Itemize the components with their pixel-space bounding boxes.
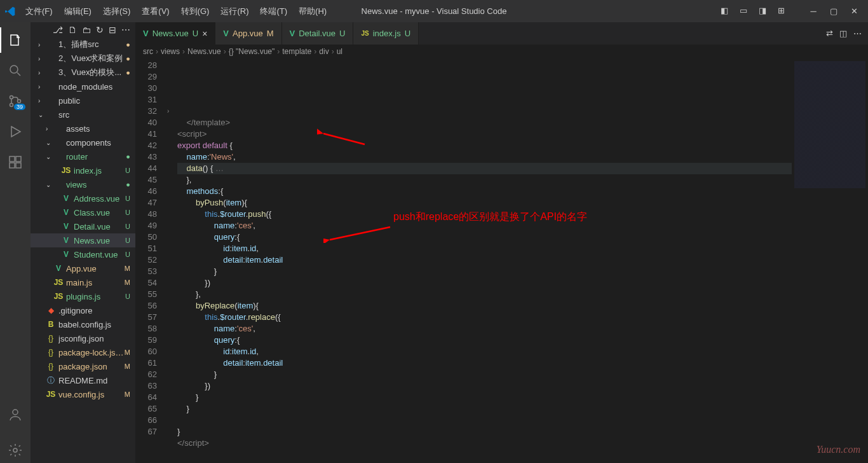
menu-item[interactable]: 运行(R) [215, 3, 254, 20]
file-tree: ›1、插槽src●›2、Vuex求和案例●›3、Vuex的模块...●›node… [31, 38, 135, 463]
tree-item[interactable]: VDetail.vueU [31, 219, 135, 233]
tree-item[interactable]: VAddress.vueU [31, 191, 135, 205]
tree-item[interactable]: ›3、Vuex的模块...● [31, 66, 135, 79]
tree-item[interactable]: ›2、Vuex求和案例● [31, 52, 135, 66]
source-control-small-icon[interactable]: ⎇ [53, 25, 63, 35]
breadcrumb-item[interactable]: src [143, 47, 153, 56]
tree-item[interactable]: Bbabel.config.js [31, 317, 135, 331]
menu-item[interactable]: 文件(F) [20, 3, 58, 20]
close-tab-icon[interactable]: × [202, 29, 207, 39]
tree-item[interactable]: JSplugins.jsU [31, 289, 135, 303]
tree-item[interactable]: ◆.gitignore [31, 303, 135, 317]
svg-point-9 [13, 448, 17, 452]
activity-bar: 39 [0, 22, 31, 463]
svg-rect-7 [16, 156, 21, 162]
explorer-toolbar: ⎇ 🗋 🗀 ↻ ⊟ ⋯ [31, 22, 135, 38]
menu-item[interactable]: 选择(S) [98, 3, 135, 20]
close-button[interactable]: ✕ [845, 3, 863, 20]
svg-point-8 [13, 410, 18, 415]
tree-item[interactable]: JSvue.config.jsM [31, 387, 135, 401]
titlebar: 文件(F)编辑(E)选择(S)查看(V)转到(G)运行(R)终端(T)帮助(H)… [0, 0, 868, 22]
tree-item[interactable]: ⌄views● [31, 177, 135, 191]
menu-item[interactable]: 转到(G) [176, 3, 215, 20]
svg-rect-4 [10, 156, 15, 162]
annotation-text: push和replace的区别就是换了个API的名字 [393, 211, 587, 223]
tree-item[interactable]: VApp.vueM [31, 261, 135, 275]
tree-item[interactable]: VNews.vueU [31, 233, 135, 247]
annotation-arrow-2 [323, 224, 393, 243]
compare-icon[interactable]: ⇄ [826, 29, 833, 38]
tree-item[interactable]: ⌄components [31, 135, 135, 149]
refresh-icon[interactable]: ↻ [96, 25, 104, 35]
source-control-icon[interactable]: 39 [0, 88, 31, 114]
run-debug-icon[interactable] [0, 119, 31, 144]
menu-item[interactable]: 终端(T) [255, 3, 292, 20]
tree-item[interactable]: {}package-lock.jsonM [31, 345, 135, 359]
menu-bar: 文件(F)编辑(E)选择(S)查看(V)转到(G)运行(R)终端(T)帮助(H) [20, 3, 332, 20]
breadcrumb-item[interactable]: ul [337, 47, 342, 56]
tree-item[interactable]: ⌄router● [31, 149, 135, 163]
fold-gutter[interactable]: › [167, 59, 177, 463]
layout-panel-left-icon[interactable]: ◧ [721, 6, 732, 17]
tree-item[interactable]: VClass.vueU [31, 205, 135, 219]
tree-item[interactable]: ›node_modules [31, 79, 135, 93]
search-icon[interactable] [0, 58, 31, 83]
breadcrumbs[interactable]: src›views›News.vue›{} "News.vue"›templat… [135, 45, 868, 59]
editor-tab[interactable]: VApp.vueM [215, 22, 281, 45]
tree-item[interactable]: ›assets [31, 121, 135, 135]
more-icon[interactable]: ⋯ [121, 25, 130, 35]
window-controls: ◧ ▭ ◨ ⊞ ─ ▢ ✕ [718, 3, 863, 20]
tree-item[interactable]: ⓘREADME.md [31, 373, 135, 387]
tree-item[interactable]: {}package.jsonM [31, 359, 135, 373]
new-file-icon[interactable]: 🗋 [68, 25, 77, 35]
layout-grid-icon[interactable]: ⊞ [778, 6, 789, 17]
extensions-icon[interactable] [0, 149, 31, 175]
settings-gear-icon[interactable] [0, 438, 31, 463]
sidebar: ⎇ 🗋 🗀 ↻ ⊟ ⋯ ›1、插槽src●›2、Vuex求和案例●›3、Vuex… [31, 22, 135, 463]
tree-item[interactable]: VStudent.vueU [31, 247, 135, 261]
code-content[interactable]: push和replace的区别就是换了个API的名字 </template><s… [177, 59, 792, 463]
svg-point-0 [10, 66, 18, 73]
explorer-icon[interactable] [0, 27, 31, 53]
watermark: Yuucn.com [817, 444, 860, 455]
editor-tab[interactable]: VDetail.vueU [282, 22, 354, 45]
annotation-arrow-1 [317, 128, 368, 148]
breadcrumb-item[interactable]: template [282, 47, 311, 56]
svg-point-1 [10, 96, 13, 99]
minimize-button[interactable]: ─ [804, 3, 822, 20]
window-title: News.vue - myvue - Visual Studio Code [362, 6, 507, 16]
svg-point-2 [10, 104, 13, 107]
breadcrumb-item[interactable]: {} "News.vue" [229, 47, 275, 56]
line-gutter: 2829303132404142434445464748495051525354… [135, 59, 167, 463]
svg-rect-6 [16, 163, 21, 168]
menu-item[interactable]: 查看(V) [137, 3, 174, 20]
tree-item[interactable]: {}jsconfig.json [31, 331, 135, 345]
breadcrumb-item[interactable]: views [161, 47, 180, 56]
tree-item[interactable]: JSindex.jsU [31, 163, 135, 177]
svg-point-3 [18, 100, 21, 103]
layout-panel-bottom-icon[interactable]: ▭ [740, 6, 751, 17]
minimap[interactable] [792, 59, 868, 463]
code-editor[interactable]: 2829303132404142434445464748495051525354… [135, 59, 868, 463]
tree-item[interactable]: ⌄src [31, 107, 135, 121]
scm-badge: 39 [14, 104, 25, 110]
breadcrumb-item[interactable]: News.vue [187, 47, 221, 56]
accounts-icon[interactable] [0, 402, 31, 427]
more-actions-icon[interactable]: ⋯ [853, 29, 862, 38]
vscode-logo-icon [5, 6, 15, 17]
menu-item[interactable]: 帮助(H) [294, 3, 332, 20]
new-folder-icon[interactable]: 🗀 [82, 25, 91, 35]
split-editor-icon[interactable]: ◫ [839, 29, 847, 38]
collapse-all-icon[interactable]: ⊟ [109, 25, 116, 35]
editor-tab[interactable]: VNews.vueU× [135, 22, 215, 45]
layout-panel-right-icon[interactable]: ◨ [759, 6, 770, 17]
tree-item[interactable]: ›1、插槽src● [31, 38, 135, 52]
breadcrumb-item[interactable]: div [319, 47, 329, 56]
tree-item[interactable]: ›public [31, 93, 135, 107]
maximize-button[interactable]: ▢ [825, 3, 843, 20]
tree-item[interactable]: JSmain.jsM [31, 275, 135, 289]
svg-rect-5 [10, 163, 15, 168]
editor-tab[interactable]: JSindex.jsU [353, 22, 419, 45]
menu-item[interactable]: 编辑(E) [59, 3, 97, 20]
editor-tabs: VNews.vueU×VApp.vueMVDetail.vueUJSindex.… [135, 22, 868, 45]
